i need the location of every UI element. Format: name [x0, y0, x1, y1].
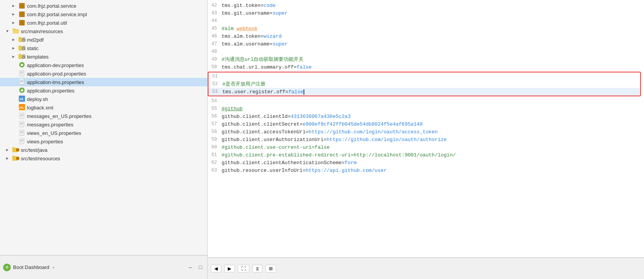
line-number-62: 62 [208, 160, 222, 165]
tree-item-md2pdf[interactable]: ▶ md2pdf [0, 35, 207, 44]
line-number-42: 42 [208, 3, 222, 8]
tree-arrow-com-lhjz-portal-service[interactable]: ▶ [12, 3, 18, 8]
line-content-52: #是否开放用户注册 [222, 81, 265, 87]
tree-icon-com-lhjz-portal-service [18, 2, 25, 9]
tree-icon-src-test-java [12, 146, 19, 153]
tree-label-application-properties: application.properties [27, 88, 75, 94]
tree-label-application-prod-properties: application-prod.properties [27, 71, 86, 77]
line-content-42: tms.git.token=code [222, 3, 275, 8]
svg-rect-2 [13, 30, 19, 34]
tree-label-views-en-us-properties: views_en_US.properties [27, 130, 81, 136]
code-area[interactable]: 42tms.git.token=code43tms.git.username=s… [208, 0, 644, 257]
tree-arrow-templates[interactable]: ▶ [12, 54, 18, 59]
line-content-60: #github.client.use-current-uri=false [222, 145, 330, 150]
code-line-56: 56github.client.clientId=4313636067a430e… [208, 113, 644, 120]
tree-item-application-prod-properties[interactable]: application-prod.properties [0, 69, 207, 78]
tree-icon-templates [18, 53, 25, 60]
line-number-53: 53 [209, 89, 222, 94]
tree-arrow-static[interactable]: ▶ [12, 46, 18, 50]
svg-rect-54 [12, 156, 15, 157]
tree-label-templates: templates [27, 54, 48, 60]
tree-label-src-main-resources: src/main/resources [21, 29, 63, 34]
boot-dashboard-label: Boot Dashboard [13, 264, 49, 270]
tree-item-static[interactable]: ▶ static [0, 44, 207, 52]
tree-arrow-com-lhjz-portal-service-impl[interactable]: ▶ [12, 12, 18, 17]
tree-label-deploy-sh: deploy.sh [27, 96, 48, 102]
code-line-58: 58github.client.accessTokenUri=https://g… [208, 128, 644, 136]
line-number-54: 54 [208, 98, 222, 104]
line-content-50: tms.chat.url.summary.off=false [222, 64, 312, 70]
line-content-58: github.client.accessTokenUri=https://git… [222, 129, 438, 135]
line-content-46: tms.alm.token=wizard [222, 34, 282, 39]
editor-bottom-button[interactable]: ▶ [224, 265, 235, 272]
tree-arrow-com-lhjz-portal-util[interactable]: ▶ [12, 20, 18, 25]
tree-item-src-test-resources[interactable]: ▶ src/test/resources [0, 154, 207, 163]
svg-rect-49 [12, 147, 15, 149]
tree-item-application-tms-properties[interactable]: application-tms.properties [0, 78, 207, 86]
line-content-43: tms.git.username=super [222, 10, 288, 16]
tree-item-views-en-us-properties[interactable]: views_en_US.properties [0, 129, 207, 137]
tree-label-application-tms-properties: application-tms.properties [27, 79, 84, 85]
tree-item-src-test-java[interactable]: ▶ src/test/java [0, 146, 207, 154]
code-line-57: 57github.client.clientSecret=e900ef8cf42… [208, 120, 644, 128]
minimize-button[interactable]: — [187, 264, 194, 271]
tree-label-md2pdf: md2pdf [27, 37, 43, 43]
tree-arrow-src-test-resources[interactable]: ▶ [6, 156, 12, 161]
code-line-60: 60#github.client.use-current-uri=false [208, 143, 644, 151]
code-line-48: 48 [208, 48, 644, 55]
svg-rect-12 [23, 48, 24, 49]
code-line-63: 63github.resource.userInfoUri=https://ap… [208, 166, 644, 174]
code-line-62: 62github.client.clientAuthenticationSche… [208, 159, 644, 166]
editor-bottom-button[interactable]: ⊞ [265, 265, 276, 272]
file-explorer-panel: ▶ com.lhjz.portal.service▶ com.lhjz.port… [0, 0, 208, 279]
code-editor-panel: 42tms.git.token=code43tms.git.username=s… [208, 0, 644, 279]
tree-item-com-lhjz-portal-service-impl[interactable]: ▶ com.lhjz.portal.service.impl [0, 10, 207, 18]
tree-arrow-src-main-resources[interactable]: ▼ [6, 29, 12, 34]
tree-item-src-main-resources[interactable]: ▼src/main/resources [0, 27, 207, 35]
line-number-55: 55 [208, 106, 222, 111]
tree-item-application-properties[interactable]: application.properties [0, 86, 207, 95]
code-line-61: 61#github.client.pre-established-redirec… [208, 151, 644, 159]
tree-item-application-dev-properties[interactable]: application-dev.properties [0, 61, 207, 69]
code-line-54: 54 [208, 97, 644, 105]
boot-dashboard-close-icon[interactable]: ✕ [52, 265, 55, 270]
line-content-63: github.resource.userInfoUri=https://api.… [222, 168, 387, 173]
tree-icon-application-properties [18, 87, 25, 94]
tree-icon-views-en-us-properties [18, 129, 25, 136]
boot-dashboard-icon: ⚙ [3, 264, 11, 271]
tree-item-logback-xml[interactable]: XML logback.xml [0, 103, 207, 112]
tree-item-messages-en-us-properties[interactable]: messages_en_US.properties [0, 112, 207, 120]
tree-label-messages-properties: messages.properties [27, 122, 73, 128]
line-number-44: 44 [208, 18, 222, 24]
tree-label-com-lhjz-portal-util: com.lhjz.portal.util [27, 20, 67, 26]
line-number-57: 57 [208, 121, 222, 127]
code-line-46: 46tms.alm.token=wizard [208, 32, 644, 40]
tree-item-deploy-sh[interactable]: sh deploy.sh [0, 95, 207, 103]
line-content-55: #github [222, 106, 243, 112]
tree-icon-application-tms-properties [18, 79, 25, 86]
tree-item-views-properties[interactable]: views.properties [0, 137, 207, 146]
svg-rect-7 [23, 40, 24, 41]
tree-icon-static [18, 45, 25, 52]
tree-label-src-test-java: src/test/java [21, 147, 47, 153]
editor-bottom-button[interactable]: ⧖ [252, 265, 262, 272]
editor-bottom-button[interactable]: ⛶ [238, 265, 249, 272]
maximize-button[interactable]: □ [197, 264, 204, 271]
code-line-45: 45#alm webhook [208, 25, 644, 32]
line-number-43: 43 [208, 10, 222, 16]
line-number-45: 45 [208, 26, 222, 31]
highlighted-code-box: 5152#是否开放用户注册53tms.user.register.off=fal… [208, 72, 641, 96]
tree-item-com-lhjz-portal-service[interactable]: ▶ com.lhjz.portal.service [0, 2, 207, 10]
tree-icon-messages-properties [18, 121, 25, 128]
file-tree: ▶ com.lhjz.portal.service▶ com.lhjz.port… [0, 0, 207, 255]
tree-arrow-md2pdf[interactable]: ▶ [12, 37, 18, 42]
tree-arrow-src-test-java[interactable]: ▶ [6, 148, 12, 152]
line-content-45: #alm webhook [222, 26, 258, 32]
code-line-59: 59github.client.userAuthorizationUri=htt… [208, 136, 644, 143]
editor-bottom-button[interactable]: ◀ [211, 265, 221, 272]
svg-text:sh: sh [20, 97, 23, 101]
tree-item-messages-properties[interactable]: messages.properties [0, 120, 207, 129]
tree-item-templates[interactable]: ▶ templates [0, 52, 207, 61]
tree-item-com-lhjz-portal-util[interactable]: ▶ com.lhjz.portal.util [0, 18, 207, 27]
line-number-52: 52 [209, 81, 222, 87]
